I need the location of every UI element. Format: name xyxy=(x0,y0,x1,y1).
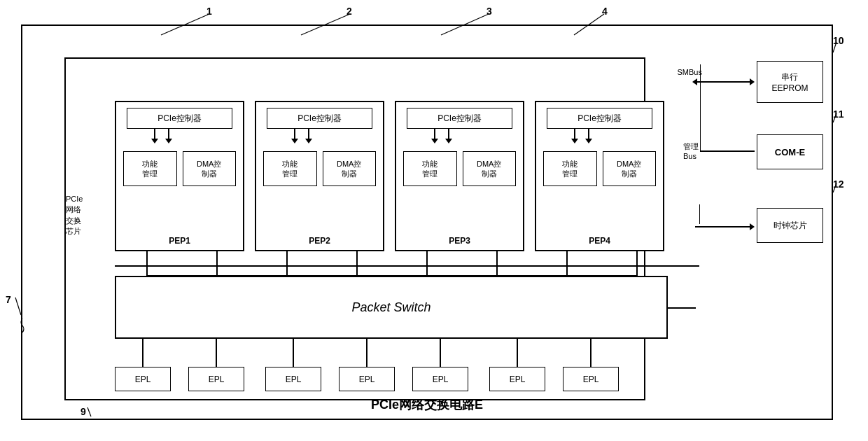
svg-line-4 xyxy=(15,298,21,315)
sub-boxes-2: 功能 管理 DMA控 制器 xyxy=(263,151,376,186)
epl-box-6: EPL xyxy=(489,367,545,391)
arrow-head-left-smbus xyxy=(692,78,697,85)
callout-2: 2 xyxy=(346,6,352,17)
sub-boxes-3: 功能 管理 DMA控 制器 xyxy=(403,151,516,186)
vline-epl7 xyxy=(590,338,592,368)
dma-box-3: DMA控 制器 xyxy=(463,151,517,186)
vline-pep4-right xyxy=(636,251,638,276)
vline-pep2-left xyxy=(286,251,288,276)
clock-box: 时钟芯片 xyxy=(757,208,823,243)
pep-label-4: PEP4 xyxy=(536,236,663,246)
callout-10: 10 xyxy=(833,35,844,46)
callout-7: 7 xyxy=(6,294,11,305)
hline-ps-right xyxy=(668,307,696,309)
vline-smbus xyxy=(700,64,701,89)
mgmt-bus-label: 管理 Bus xyxy=(683,141,699,162)
clock-line xyxy=(695,226,750,227)
vline-clock-chip xyxy=(699,204,701,224)
vline-pep1-right xyxy=(216,251,218,276)
callout-1: 1 xyxy=(206,6,212,17)
vline-pep4-left xyxy=(566,251,568,276)
func-box-1: 功能 管理 xyxy=(123,151,177,186)
mgmt-bus-line xyxy=(700,150,755,152)
epl-box-3: EPL xyxy=(265,367,321,391)
pcie-ctrl-box-2: PCIe控制器 xyxy=(267,108,372,129)
vline-pep3-right xyxy=(496,251,498,276)
packet-switch-box: Packet Switch xyxy=(115,276,668,339)
eeprom-box: 串行 EEPROM xyxy=(757,61,823,103)
vline-epl4 xyxy=(366,338,368,368)
vline-pep2-right xyxy=(356,251,358,276)
hline-mgmt-bus xyxy=(115,265,699,267)
hline-pep-ps xyxy=(146,275,636,276)
callout-3: 3 xyxy=(486,6,492,17)
sub-boxes-4: 功能 管理 DMA控 制器 xyxy=(543,151,656,186)
clock-arrow xyxy=(695,223,755,230)
epl-box-7: EPL xyxy=(563,367,619,391)
arrow-head-right-smbus xyxy=(750,78,755,85)
callout-4: 4 xyxy=(602,6,608,17)
chip-box: PCIe控制器 功能 管理 xyxy=(64,57,645,400)
pcie-ctrl-box-1: PCIe控制器 xyxy=(127,108,232,129)
pep-box-4: PCIe控制器 功能 管理 xyxy=(535,101,664,251)
callout-12: 12 xyxy=(833,178,844,190)
pep-box-1: PCIe控制器 功能 管理 xyxy=(115,101,244,251)
dma-box-4: DMA控 制器 xyxy=(603,151,657,186)
epl-box-5: EPL xyxy=(412,367,468,391)
vline-epl2 xyxy=(216,338,217,368)
smbus-arrow xyxy=(692,78,755,85)
pcie-ctrl-box-3: PCIe控制器 xyxy=(407,108,512,129)
func-box-4: 功能 管理 xyxy=(543,151,597,186)
vline-epl1 xyxy=(142,338,144,368)
pep-label-1: PEP1 xyxy=(116,236,243,246)
epl-box-2: EPL xyxy=(188,367,244,391)
vline-epl6 xyxy=(517,338,518,368)
pep-box-3: PCIe控制器 功能 管理 xyxy=(395,101,524,251)
vline-epl3 xyxy=(293,338,294,368)
func-box-3: 功能 管理 xyxy=(403,151,457,186)
come-box: COM-E xyxy=(757,134,823,169)
vline-pep1-left xyxy=(146,251,148,276)
callout-11: 11 xyxy=(833,108,844,120)
epl-box-1: EPL xyxy=(115,367,171,391)
epl-box-4: EPL xyxy=(339,367,395,391)
smbus-label: SMBus xyxy=(678,68,702,76)
func-box-2: 功能 管理 xyxy=(263,151,317,186)
sub-boxes-1: 功能 管理 DMA控 制器 xyxy=(123,151,236,186)
pep-box-2: PCIe控制器 功能 管理 xyxy=(255,101,384,251)
pcie-ctrl-box-4: PCIe控制器 xyxy=(547,108,652,129)
diagram-container: PCIe网络交换电路E PCIe控制器 xyxy=(0,0,868,441)
outer-box: PCIe网络交换电路E PCIe控制器 xyxy=(21,24,833,420)
callout-9: 9 xyxy=(80,406,86,417)
smbus-line xyxy=(697,81,750,83)
arrow-head-right-clock xyxy=(750,223,755,230)
pcie-chip-label: PCIe网络交换芯片 xyxy=(66,194,104,237)
dma-box-2: DMA控 制器 xyxy=(323,151,377,186)
pep-label-2: PEP2 xyxy=(256,236,383,246)
pep-label-3: PEP3 xyxy=(396,236,523,246)
vline-epl5 xyxy=(440,338,441,368)
dma-box-1: DMA控 制器 xyxy=(183,151,237,186)
vline-mgmt-chip xyxy=(700,89,701,152)
vline-pep3-left xyxy=(426,251,428,276)
